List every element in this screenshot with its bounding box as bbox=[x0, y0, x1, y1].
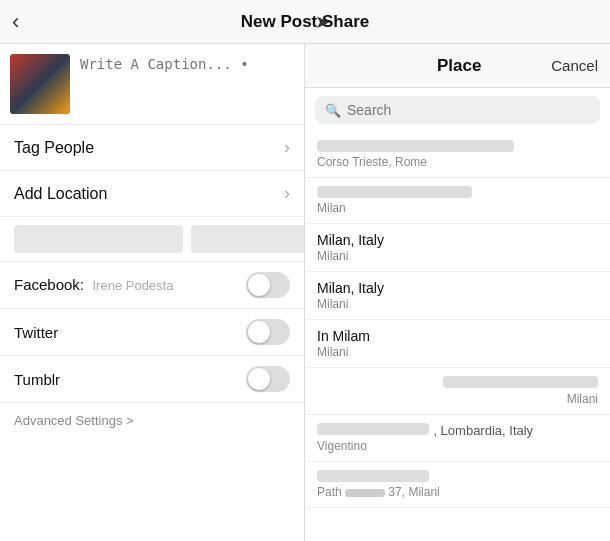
blurred-name bbox=[317, 186, 472, 198]
location-sub: Milani bbox=[317, 297, 598, 311]
caption-input[interactable] bbox=[80, 54, 294, 114]
location-sub: Milani bbox=[317, 345, 598, 359]
tag-people-label: Tag People bbox=[14, 139, 94, 157]
advanced-settings-link[interactable]: Advanced Settings > bbox=[0, 403, 304, 438]
location-sub: Corso Trieste, Rome bbox=[317, 155, 598, 169]
main-area: Tag People › Add Location › Facebook: Ir… bbox=[0, 44, 610, 541]
list-item[interactable]: In Milam Milani bbox=[305, 320, 610, 368]
tumblr-label: Tumblr bbox=[14, 371, 60, 388]
location-list: Corso Trieste, Rome Milan Milan, Italy M… bbox=[305, 132, 610, 541]
list-item[interactable]: Path 37, Milani bbox=[305, 462, 610, 508]
extra-fields bbox=[0, 217, 304, 262]
location-sub: Milani bbox=[317, 392, 598, 406]
post-thumbnail bbox=[10, 54, 70, 114]
search-icon: 🔍 bbox=[325, 103, 341, 118]
caption-area bbox=[0, 44, 304, 125]
location-region: , Lombardia, Italy bbox=[433, 423, 533, 438]
facebook-label-group: Facebook: Irene Podesta bbox=[14, 276, 173, 294]
location-sub: Path 37, Milani bbox=[317, 485, 598, 499]
blurred-name bbox=[317, 140, 514, 152]
facebook-toggle[interactable] bbox=[246, 272, 290, 298]
header-title: New Post Share bbox=[241, 12, 370, 32]
add-location-row[interactable]: Add Location › bbox=[0, 171, 304, 217]
search-bar: 🔍 bbox=[315, 96, 600, 124]
cancel-button[interactable]: Cancel bbox=[551, 57, 598, 74]
location-name: In Milam bbox=[317, 328, 598, 344]
facebook-toggle-row: Facebook: Irene Podesta bbox=[0, 262, 304, 309]
list-item[interactable]: Milan, Italy Milani bbox=[305, 272, 610, 320]
twitter-toggle[interactable] bbox=[246, 319, 290, 345]
twitter-label: Twitter bbox=[14, 324, 58, 341]
tag-people-row[interactable]: Tag People › bbox=[0, 125, 304, 171]
location-sub: Milani bbox=[317, 249, 598, 263]
location-name: Milan, Italy bbox=[317, 232, 598, 248]
tumblr-toggle[interactable] bbox=[246, 366, 290, 392]
extra-input-1[interactable] bbox=[14, 225, 183, 253]
location-name: Milan, Italy bbox=[317, 280, 598, 296]
facebook-label: Facebook: bbox=[14, 276, 84, 293]
right-header: Place Cancel bbox=[305, 44, 610, 88]
location-sub: Vigentino bbox=[317, 439, 598, 453]
right-panel: Place Cancel 🔍 Corso Trieste, Rome Milan… bbox=[305, 44, 610, 541]
location-sub: Milan bbox=[317, 201, 598, 215]
place-title: Place bbox=[437, 56, 481, 76]
search-input[interactable] bbox=[347, 102, 590, 118]
back-button[interactable]: ‹ bbox=[12, 9, 19, 35]
app-header: ‹ New Post Share ➤ bbox=[0, 0, 610, 44]
list-item[interactable]: Milan bbox=[305, 178, 610, 224]
twitter-toggle-row: Twitter bbox=[0, 309, 304, 356]
list-item[interactable]: Milan, Italy Milani bbox=[305, 224, 610, 272]
tumblr-toggle-row: Tumblr bbox=[0, 356, 304, 403]
list-item[interactable]: , Lombardia, Italy Vigentino bbox=[305, 415, 610, 462]
left-panel: Tag People › Add Location › Facebook: Ir… bbox=[0, 44, 305, 541]
location-icon[interactable]: ➤ bbox=[315, 11, 330, 33]
add-location-chevron: › bbox=[284, 183, 290, 204]
blurred-name bbox=[317, 423, 429, 435]
extra-input-2[interactable] bbox=[191, 225, 305, 253]
facebook-user: Irene Podesta bbox=[93, 278, 174, 293]
tag-people-chevron: › bbox=[284, 137, 290, 158]
blurred-name bbox=[443, 376, 598, 388]
blurred-name bbox=[317, 470, 429, 482]
list-item[interactable]: Corso Trieste, Rome bbox=[305, 132, 610, 178]
list-item[interactable]: Milani bbox=[305, 368, 610, 415]
add-location-label: Add Location bbox=[14, 185, 107, 203]
